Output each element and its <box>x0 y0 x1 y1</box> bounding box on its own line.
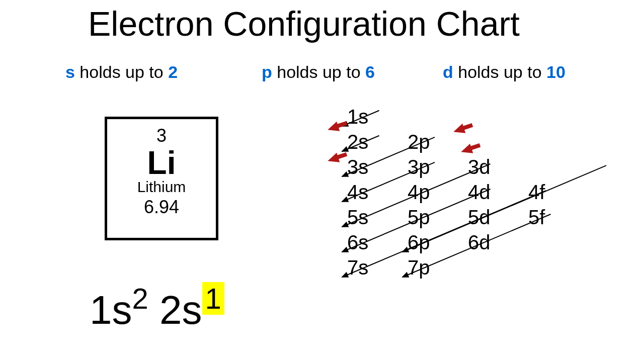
capacity-s: s holds up to 2 <box>65 62 178 82</box>
orbital-7p: 7p <box>408 256 468 279</box>
orbital-5d: 5d <box>468 206 528 229</box>
orbital-6d: 6d <box>468 231 528 254</box>
orbital-5s: 5s <box>347 206 408 229</box>
orbital-row-5: 5s5p5d5f <box>347 206 599 229</box>
red-arrow-icon <box>326 149 349 165</box>
capacity-d: d holds up to 10 <box>443 62 566 82</box>
page-title: Electron Configuration Chart <box>88 4 520 43</box>
orbital-label-d: d <box>443 62 453 81</box>
orbital-4p: 4p <box>408 181 468 204</box>
orbital-3d: 3d <box>468 156 528 178</box>
config-term-1s: 1s <box>90 288 132 332</box>
orbital-label-s: s <box>65 62 75 81</box>
red-arrow-icon <box>326 118 349 134</box>
atomic-mass: 6.94 <box>107 197 216 218</box>
capacity-text: holds up to <box>272 62 365 81</box>
config-sup-2s-highlighted: 1 <box>202 282 224 315</box>
capacity-p: p holds up to 6 <box>262 62 375 82</box>
capacity-text: holds up to <box>453 62 546 81</box>
orbital-5f: 5f <box>528 206 589 229</box>
orbital-row-1: 1s <box>347 106 599 128</box>
element-tile: 3 Li Lithium 6.94 <box>105 117 218 240</box>
orbital-row-7: 7s7p <box>347 256 599 279</box>
orbital-6p: 6p <box>408 231 468 254</box>
orbital-2s: 2s <box>347 131 408 153</box>
config-sup-1s: 2 <box>132 282 148 315</box>
orbital-3p: 3p <box>408 156 468 178</box>
electron-configuration: 1s2 2s1 <box>90 282 224 333</box>
orbital-4s: 4s <box>347 181 408 204</box>
orbital-5p: 5p <box>408 206 468 229</box>
orbital-7s: 7s <box>347 256 408 279</box>
aufbau-chart: 1s 2s2p 3s3p3d 4s4p4d4f 5s5p5d5f 6s6p6d … <box>347 106 599 287</box>
element-symbol: Li <box>107 144 216 182</box>
orbital-3s: 3s <box>347 156 408 178</box>
orbital-4f: 4f <box>528 181 589 204</box>
capacity-text: holds up to <box>75 62 168 81</box>
orbital-row-6: 6s6p6d <box>347 231 599 254</box>
element-name: Lithium <box>107 178 216 196</box>
orbital-1s: 1s <box>347 106 408 128</box>
capacity-value-d: 10 <box>546 62 566 81</box>
config-term-2s: 2s <box>159 288 202 332</box>
capacity-value-p: 6 <box>365 62 375 81</box>
capacity-value-s: 2 <box>168 62 178 81</box>
atomic-number: 3 <box>107 125 216 146</box>
orbital-row-3: 3s3p3d <box>347 156 599 178</box>
orbital-label-p: p <box>262 62 272 81</box>
orbital-4d: 4d <box>468 181 528 204</box>
orbital-6s: 6s <box>347 231 408 254</box>
